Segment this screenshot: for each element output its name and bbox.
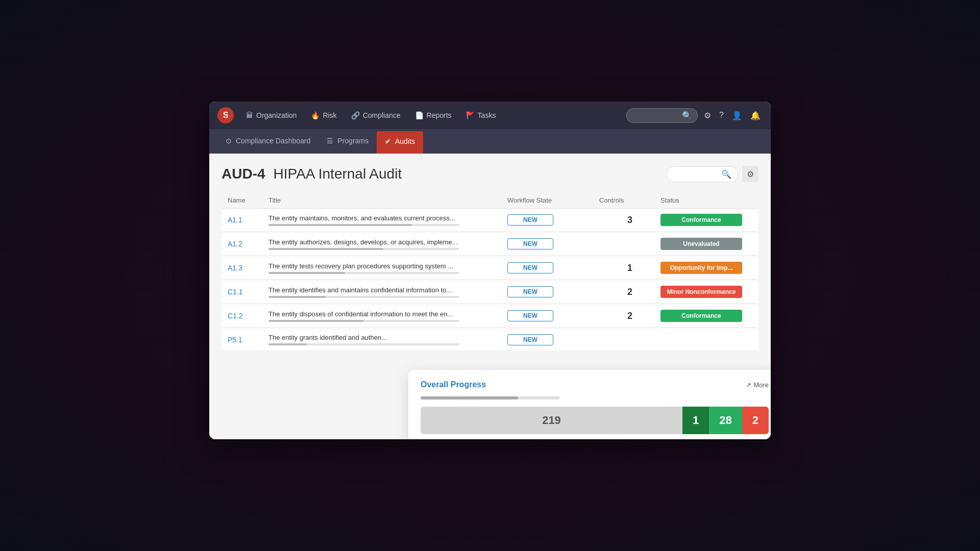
row-title-text: The entity identifies and maintains conf… (268, 286, 507, 294)
col-name: Name (228, 196, 268, 204)
row-workflow-cell: NEW (507, 262, 599, 273)
nav-search-input[interactable] (632, 112, 679, 119)
top-nav: S 🏛 Organization 🔥 Risk 🔗 Compliance 📄 R… (209, 102, 771, 129)
table-row[interactable]: A1.2 The entity authorizes, designs, dev… (222, 233, 758, 256)
content-search-input[interactable] (673, 170, 718, 178)
status-badge: Opportunity for Imp... (660, 262, 742, 274)
row-title-container: The entity maintains, monitors, and eval… (268, 214, 507, 226)
progress-more-button[interactable]: ↗ More (746, 381, 769, 389)
content-search-icon: 🔍 (721, 169, 731, 179)
row-title-text: The entity disposes of confidential info… (268, 310, 507, 318)
programs-icon: ☰ (327, 137, 333, 145)
row-title-text: The entity tests recovery plan procedure… (268, 262, 507, 270)
status-badge: Minor Nonconformance (660, 286, 742, 298)
progress-counts: 2191282 (421, 407, 769, 434)
row-name[interactable]: A1.1 (228, 216, 268, 224)
status-badge: Unevaluated (660, 238, 742, 250)
user-icon[interactable]: 👤 (730, 109, 744, 122)
row-workflow-cell: NEW (507, 238, 599, 249)
row-controls: 1 (599, 263, 660, 273)
external-link-icon: ↗ (746, 381, 751, 389)
progress-segment: 219 (421, 407, 682, 434)
audit-id: AUD-4 (222, 166, 265, 182)
notifications-icon[interactable]: 🔔 (748, 109, 763, 122)
workflow-badge: NEW (507, 310, 553, 321)
subnav-audits[interactable]: ✔ Audits (377, 131, 423, 154)
progress-panel-title: Overall Progress (421, 380, 486, 389)
settings-nav-icon[interactable]: ⚙ (702, 109, 713, 122)
audit-title: HIPAA Internal Audit (274, 166, 402, 182)
row-name[interactable]: P5.1 (228, 336, 268, 344)
row-name[interactable]: C1.2 (228, 312, 268, 320)
content-search-box[interactable]: 🔍 (667, 166, 738, 182)
overall-progress-panel: Overall Progress ↗ More 2191282 (408, 370, 771, 439)
progress-segment: 2 (742, 407, 769, 434)
row-controls: 3 (599, 215, 660, 226)
row-progress-bar (268, 296, 459, 298)
progress-panel-header: Overall Progress ↗ More (421, 380, 769, 389)
row-title-container: The entity tests recovery plan procedure… (268, 262, 507, 274)
row-progress-bar (268, 224, 459, 226)
row-title-container: The entity disposes of confidential info… (268, 310, 507, 322)
status-badge: Conformance (660, 214, 742, 226)
table-row[interactable]: C1.2 The entity disposes of confidential… (222, 305, 758, 328)
workflow-badge: NEW (507, 334, 553, 345)
col-controls: Controls (599, 196, 660, 204)
sub-nav: ⊙ Compliance Dashboard ☰ Programs ✔ Audi… (209, 129, 771, 154)
row-controls: 2 (599, 311, 660, 321)
progress-bar-thin (421, 396, 560, 399)
subnav-compliance-dashboard[interactable]: ⊙ Compliance Dashboard (217, 129, 318, 154)
status-badge: Conformance (660, 310, 742, 322)
nav-item-reports[interactable]: 📄 Reports (409, 108, 458, 122)
page-header: AUD-4 HIPAA Internal Audit 🔍 ⚙ (222, 166, 758, 182)
nav-item-tasks[interactable]: 🚩 Tasks (460, 108, 502, 122)
col-title: Title (268, 196, 507, 204)
nav-search-box[interactable]: 🔍 (626, 108, 698, 123)
row-progress-bar (268, 343, 459, 345)
table-row[interactable]: C1.1 The entity identifies and maintains… (222, 281, 758, 304)
table-header: Name Title Workflow State Controls Statu… (222, 192, 758, 209)
nav-item-risk[interactable]: 🔥 Risk (305, 108, 342, 122)
help-icon[interactable]: ? (717, 109, 726, 122)
workflow-badge: NEW (507, 262, 553, 273)
workflow-badge: NEW (507, 286, 553, 297)
row-status-cell: Minor Nonconformance (660, 286, 752, 298)
row-title-text: The entity authorizes, designs, develops… (268, 238, 507, 246)
progress-segment: 1 (682, 407, 709, 434)
col-workflow: Workflow State (507, 196, 599, 204)
table-row[interactable]: A1.1 The entity maintains, monitors, and… (222, 209, 758, 232)
table-settings-button[interactable]: ⚙ (742, 166, 758, 182)
table-row[interactable]: P5.1 The entity grants identified and au… (222, 329, 758, 351)
row-name[interactable]: C1.1 (228, 288, 268, 296)
row-status-cell: Conformance (660, 310, 752, 322)
row-name[interactable]: A1.2 (228, 240, 268, 248)
nav-right: 🔍 ⚙ ? 👤 🔔 (626, 108, 763, 123)
subnav-programs[interactable]: ☰ Programs (318, 129, 377, 154)
risk-icon: 🔥 (311, 111, 320, 119)
progress-segment: 28 (709, 407, 742, 434)
row-progress-fill (268, 224, 412, 226)
row-title-text: The entity grants identified and authen.… (268, 334, 507, 341)
workflow-badge: NEW (507, 238, 553, 249)
row-progress-fill (268, 272, 345, 274)
row-workflow-cell: NEW (507, 214, 599, 226)
row-workflow-cell: NEW (507, 310, 599, 321)
nav-item-organization[interactable]: 🏛 Organization (240, 108, 303, 122)
row-progress-fill (268, 320, 364, 322)
row-status-cell: Unevaluated (660, 238, 752, 250)
table-row[interactable]: A1.3 The entity tests recovery plan proc… (222, 257, 758, 280)
reports-icon: 📄 (415, 111, 424, 119)
row-status-cell: Conformance (660, 214, 752, 226)
dashboard-icon: ⊙ (226, 137, 232, 145)
row-status-cell: Opportunity for Imp... (660, 262, 752, 274)
app-logo[interactable]: S (217, 107, 234, 123)
header-right: 🔍 ⚙ (667, 166, 758, 182)
nav-item-compliance[interactable]: 🔗 Compliance (345, 108, 407, 122)
progress-bar-fill (421, 396, 518, 399)
row-progress-fill (268, 343, 307, 345)
row-progress-bar (268, 248, 459, 250)
row-name[interactable]: A1.3 (228, 264, 268, 272)
row-controls: 2 (599, 287, 660, 297)
row-title-text: The entity maintains, monitors, and eval… (268, 214, 507, 222)
row-progress-bar (268, 320, 459, 322)
